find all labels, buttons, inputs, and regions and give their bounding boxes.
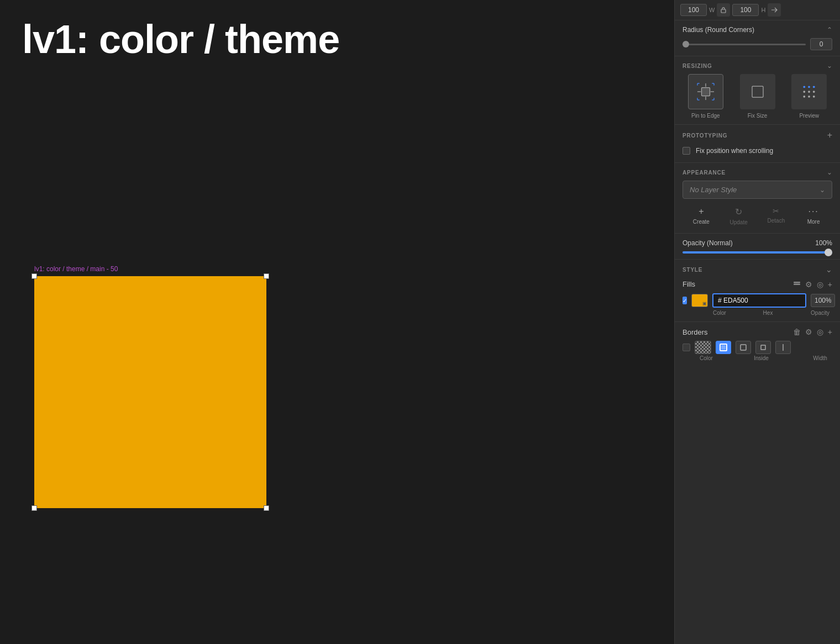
- detach-style-label: Detach: [768, 218, 785, 224]
- fills-header: Fills ⚙ ◎ +: [683, 279, 832, 289]
- svg-point-21: [804, 96, 806, 98]
- fix-size-label: Fix Size: [748, 113, 768, 119]
- borders-title: Borders: [683, 328, 708, 336]
- canvas-title: lv1: color / theme: [22, 17, 339, 62]
- fill-enabled-checkbox[interactable]: [683, 297, 687, 304]
- radius-title: Radius (Round Corners): [683, 26, 754, 34]
- fix-size-option[interactable]: Fix Size: [734, 74, 781, 119]
- border-color-label: Color: [698, 355, 715, 361]
- layer-style-text: No Layer Style: [690, 186, 737, 194]
- borders-mask-icon[interactable]: ◎: [817, 328, 823, 336]
- height-input[interactable]: [732, 4, 759, 16]
- flip-icon[interactable]: [768, 3, 781, 17]
- fill-color-label: Color: [711, 310, 728, 316]
- fills-settings-icon[interactable]: ⚙: [805, 280, 812, 289]
- preview-option[interactable]: Preview: [786, 74, 832, 119]
- opacity-header: Opacity (Normal) 100%: [683, 239, 832, 247]
- selected-rect-container[interactable]: [34, 276, 266, 508]
- fills-add-icon[interactable]: +: [828, 280, 832, 289]
- borders-add-icon[interactable]: +: [828, 328, 832, 336]
- layer-style-chevron-icon[interactable]: ⌄: [820, 186, 825, 194]
- canvas: lv1: color / theme lv1: color / theme / …: [0, 0, 674, 644]
- style-section-header: STYLE ⌄: [683, 265, 832, 274]
- orange-rectangle[interactable]: [34, 276, 266, 508]
- fill-swatch-wrapper: ▣: [691, 294, 708, 307]
- prototyping-title: PROTOTYPING: [683, 133, 727, 139]
- border-enabled-checkbox[interactable]: [683, 344, 690, 351]
- svg-rect-1: [701, 88, 710, 96]
- borders-delete-icon[interactable]: 🗑: [793, 328, 801, 336]
- svg-point-16: [808, 86, 810, 88]
- handle-top-right[interactable]: [264, 273, 269, 279]
- radius-header: Radius (Round Corners) ⌃: [683, 26, 832, 34]
- width-input[interactable]: [680, 4, 707, 16]
- svg-rect-14: [752, 86, 763, 97]
- fix-size-box[interactable]: [740, 74, 775, 109]
- resizing-section: RESIZING ⌄: [675, 56, 840, 125]
- style-section-icons: ⌄: [826, 265, 832, 274]
- resizing-header: RESIZING ⌄: [683, 62, 832, 70]
- fills-layers-icon[interactable]: [793, 279, 801, 289]
- fill-row: ▣: [683, 293, 832, 308]
- resizing-chevron-icon[interactable]: ⌄: [827, 62, 832, 70]
- fix-position-checkbox[interactable]: [683, 147, 690, 155]
- svg-rect-29: [761, 345, 765, 350]
- update-style-action[interactable]: ↻ Update: [720, 207, 758, 225]
- fills-title: Fills: [683, 280, 695, 288]
- border-color-swatch[interactable]: [695, 341, 711, 354]
- radius-input[interactable]: [810, 38, 832, 50]
- opacity-slider-track[interactable]: [683, 251, 832, 254]
- layer-style-dropdown[interactable]: No Layer Style ⌄: [683, 181, 832, 199]
- create-style-action[interactable]: + Create: [683, 207, 720, 225]
- svg-rect-27: [721, 345, 726, 350]
- opacity-slider-thumb[interactable]: [825, 249, 832, 256]
- more-style-label: More: [807, 219, 820, 225]
- svg-point-17: [813, 86, 815, 88]
- border-center-button[interactable]: [755, 341, 771, 354]
- handle-bottom-left[interactable]: [32, 505, 37, 511]
- radius-slider-track[interactable]: [683, 44, 806, 45]
- handle-bottom-right[interactable]: [264, 505, 269, 511]
- svg-point-22: [808, 96, 810, 98]
- style-section: STYLE ⌄ Fills ⚙ ◎ +: [675, 260, 840, 321]
- preview-label: Preview: [799, 113, 819, 119]
- opacity-value: 100%: [815, 239, 832, 247]
- radius-row: [683, 38, 832, 50]
- border-labels: Color Inside Width: [683, 355, 832, 361]
- appearance-chevron-icon[interactable]: ⌄: [827, 168, 832, 176]
- border-inside-button[interactable]: [716, 341, 731, 354]
- prototyping-add-icon[interactable]: +: [827, 130, 832, 140]
- lock-ratio-icon[interactable]: [717, 3, 730, 17]
- detach-style-action[interactable]: ✂ Detach: [758, 207, 795, 225]
- update-style-label: Update: [730, 219, 748, 225]
- style-chevron-icon[interactable]: ⌄: [826, 265, 832, 274]
- border-row: [683, 341, 832, 354]
- radius-slider-thumb[interactable]: [683, 41, 689, 47]
- border-width-button[interactable]: [775, 341, 791, 354]
- fix-position-row: Fix position when scrolling: [683, 145, 832, 157]
- fills-icons: ⚙ ◎ +: [793, 279, 832, 289]
- pin-to-edge-box[interactable]: [688, 74, 723, 109]
- fill-hex-input[interactable]: [712, 293, 806, 308]
- radius-chevron-icon[interactable]: ⌃: [827, 26, 832, 34]
- appearance-header: APPEARANCE ⌄: [683, 168, 832, 176]
- more-style-action[interactable]: ··· More: [795, 207, 832, 225]
- pin-to-edge-option[interactable]: Pin to Edge: [683, 74, 729, 119]
- appearance-title: APPEARANCE: [683, 170, 726, 176]
- fill-opacity-input[interactable]: [811, 294, 835, 307]
- preview-box[interactable]: [791, 74, 827, 109]
- dimension-bar: W H: [675, 0, 840, 20]
- border-width-label: Width: [808, 355, 832, 361]
- handle-top-left[interactable]: [32, 273, 37, 279]
- right-panel: W H Radius (Round Corners) ⌃: [674, 0, 840, 644]
- fill-hex-label: Hex: [732, 310, 804, 316]
- radius-section: Radius (Round Corners) ⌃: [675, 20, 840, 56]
- pin-to-edge-label: Pin to Edge: [691, 113, 720, 119]
- borders-icons: 🗑 ⚙ ◎ +: [793, 328, 832, 336]
- svg-rect-28: [741, 345, 746, 350]
- borders-settings-icon[interactable]: ⚙: [805, 328, 812, 336]
- borders-header: Borders 🗑 ⚙ ◎ +: [683, 328, 832, 336]
- border-outside-button[interactable]: [736, 341, 751, 354]
- prototyping-header: PROTOTYPING +: [683, 130, 832, 140]
- fills-mask-icon[interactable]: ◎: [817, 280, 823, 289]
